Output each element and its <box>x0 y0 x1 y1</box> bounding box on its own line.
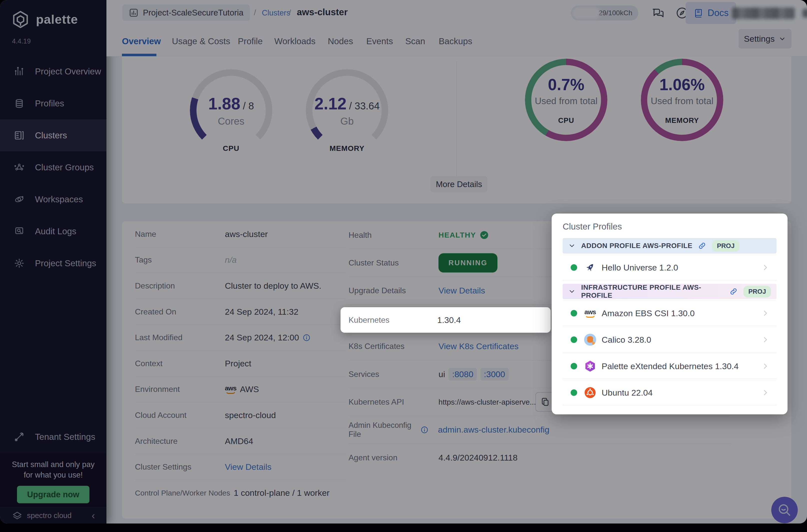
audit-doc-icon <box>14 226 24 236</box>
app-version: 4.4.19 <box>12 37 31 45</box>
search-fab[interactable] <box>771 497 798 523</box>
kubernetes-row-spotlight: Kubernetes 1.30.4 <box>340 307 551 333</box>
tab-nodes[interactable]: Nodes <box>328 26 353 56</box>
tools-icon <box>14 432 24 442</box>
link-icon[interactable] <box>729 287 738 296</box>
service-port-link[interactable]: :3000 <box>481 368 509 381</box>
credits-badge[interactable]: 1.29/100kCh <box>571 5 638 20</box>
sidebar-item-label: Cluster Groups <box>35 162 94 172</box>
cluster-settings-view-details-link[interactable]: View Details <box>225 462 271 472</box>
sidebar-item-label: Audit Logs <box>35 226 76 236</box>
upgrade-view-details-link[interactable]: View Details <box>438 286 485 296</box>
scope-badge: PROJ <box>743 286 771 298</box>
settings-button[interactable]: Settings <box>738 29 791 49</box>
details-left-column: Name aws-cluster Tags n/a Description Cl… <box>135 221 346 506</box>
cluster-status-badge: RUNNING <box>438 253 498 272</box>
profile-layer-ubuntu[interactable]: Ubuntu 22.04 <box>563 380 776 405</box>
status-dot <box>571 310 577 317</box>
sidebar-item-label: Project Settings <box>35 258 96 268</box>
more-details-button[interactable]: More Details <box>431 176 487 192</box>
cpu-donut-label: CPU <box>558 116 574 125</box>
sidebar: palette 4.4.19 Project Overview Profiles… <box>0 0 107 524</box>
sidebar-item-clusters[interactable]: Clusters <box>0 119 107 151</box>
detail-row-created-on: Created On 24 Sep 2024, 11:32 <box>135 299 346 325</box>
breadcrumb-clusters-link[interactable]: Clusters <box>262 8 290 18</box>
tab-profile[interactable]: Profile <box>238 26 263 56</box>
sidebar-footer: spectro cloud ‹ <box>0 507 107 524</box>
tab-usage-costs[interactable]: Usage & Costs <box>172 26 230 56</box>
detail-row-tags: Tags n/a <box>135 247 346 273</box>
promo-line1: Start small and only pay <box>0 459 107 470</box>
info-icon[interactable] <box>420 426 429 434</box>
brand-name: palette <box>36 12 78 27</box>
chevron-down-icon <box>568 242 576 249</box>
pxk-icon <box>584 360 596 372</box>
sidebar-item-audit-logs[interactable]: Audit Logs <box>0 215 107 247</box>
addon-profile-section: ADDON PROFILE AWS-PROFILE PROJ Hello Uni… <box>563 238 776 280</box>
sidebar-item-profiles[interactable]: Profiles <box>0 88 107 119</box>
cpu-total-donut: 0.7% Used from total CPU <box>525 59 607 141</box>
sidebar-item-cluster-groups[interactable]: Cluster Groups <box>0 151 107 183</box>
profile-layer-palette-extended-kubernetes[interactable]: Palette eXtended Kubernetes 1.30.4 <box>563 354 776 379</box>
breadcrumb-separator: / <box>254 8 256 17</box>
memory-total-donut: 1.06% Used from total MEMORY <box>641 59 723 141</box>
profile-layer-hello-universe[interactable]: Hello Universe 1.2.0 <box>563 255 776 280</box>
detail-row-name: Name aws-cluster <box>135 221 346 247</box>
profile-layer-amazon-ebs-csi[interactable]: aws Amazon EBS CSI 1.30.0 <box>563 301 776 326</box>
sidebar-menu: Project Overview Profiles Clusters Clust… <box>0 55 107 279</box>
cpu-used-pct: 0.7% <box>548 75 584 94</box>
infrastructure-profile-header[interactable]: INFRASTRUCTURE PROFILE AWS-PROFILE PROJ <box>563 284 776 299</box>
topbar: Project-ScaleSecureTutoria / Clusters / … <box>107 0 807 26</box>
addon-profile-header[interactable]: ADDON PROFILE AWS-PROFILE PROJ <box>563 238 776 253</box>
cpu-donut-caption: Used from total <box>535 96 598 107</box>
settings-label: Settings <box>744 34 775 44</box>
tab-events[interactable]: Events <box>366 26 393 56</box>
sidebar-item-label: Tenant Settings <box>35 432 95 442</box>
view-k8s-certificates-link[interactable]: View K8s Certificates <box>438 341 519 351</box>
service-name: ui <box>438 369 445 379</box>
usage-summary-card: 1.88 / 8 Cores CPU 2.12 / 33.64 Gb MEMOR… <box>122 56 791 203</box>
detail-row-last-modified: Last Modified 24 Sep 2024, 12:00 <box>135 325 346 351</box>
tab-workloads[interactable]: Workloads <box>274 26 316 56</box>
memory-unit: Gb <box>340 116 354 127</box>
cpu-total-value: / 8 <box>243 100 254 112</box>
detail-row-cloud-account: Cloud Account spectro-cloud <box>135 402 346 428</box>
sidebar-item-project-overview[interactable]: Project Overview <box>0 55 107 88</box>
chat-button[interactable] <box>651 6 665 20</box>
service-port-link[interactable]: :8080 <box>449 368 477 381</box>
profile-layer-calico[interactable]: Calico 3.28.0 <box>563 327 776 352</box>
upgrade-now-button[interactable]: Upgrade now <box>17 486 89 503</box>
sidebar-item-label: Clusters <box>35 130 67 140</box>
active-tab-underline <box>122 54 156 56</box>
chevron-right-icon <box>762 309 769 317</box>
kubeconfig-download-link[interactable]: admin.aws-cluster.kubeconfig <box>438 425 549 435</box>
orbit-icon <box>14 194 24 205</box>
tab-backups[interactable]: Backups <box>439 26 472 56</box>
gear-icon <box>14 258 24 268</box>
status-dot <box>571 264 577 271</box>
tab-scan[interactable]: Scan <box>405 26 425 56</box>
magnifier-smile-icon <box>777 502 792 518</box>
spectro-cloud-logo-icon <box>12 510 23 521</box>
sidebar-item-project-settings[interactable]: Project Settings <box>0 247 107 279</box>
project-breadcrumb[interactable]: Project-ScaleSecureTutoria <box>123 4 250 21</box>
memory-total-value: / 33.64 <box>349 100 379 112</box>
detail-row-kubeconfig: Admin Kubeconfig File admin.aws-cluster.… <box>349 416 731 444</box>
detail-row-nodes: Control Plane/Worker Nodes 1 control-pla… <box>135 480 346 506</box>
docs-button[interactable]: Docs <box>686 2 736 24</box>
info-icon[interactable] <box>303 334 311 342</box>
link-icon[interactable] <box>698 242 706 250</box>
memory-donut-caption: Used from total <box>651 96 714 107</box>
tab-overview[interactable]: Overview <box>122 26 161 56</box>
palette-logo: palette <box>11 10 78 29</box>
kubernetes-version: 1.30.4 <box>437 315 461 325</box>
collapse-sidebar-icon[interactable]: ‹ <box>92 511 95 520</box>
redacted-avatar <box>803 9 807 18</box>
kubernetes-label: Kubernetes <box>349 316 437 325</box>
memory-usage-gauge: 2.12 / 33.64 Gb MEMORY <box>306 69 388 152</box>
chevron-down-icon <box>568 288 576 295</box>
sidebar-item-workspaces[interactable]: Workspaces <box>0 183 107 215</box>
detail-row-environment: Environment aws AWS <box>135 377 346 403</box>
sidebar-item-tenant-settings[interactable]: Tenant Settings <box>0 421 107 453</box>
health-status-badge: HEALTHY <box>438 230 489 240</box>
